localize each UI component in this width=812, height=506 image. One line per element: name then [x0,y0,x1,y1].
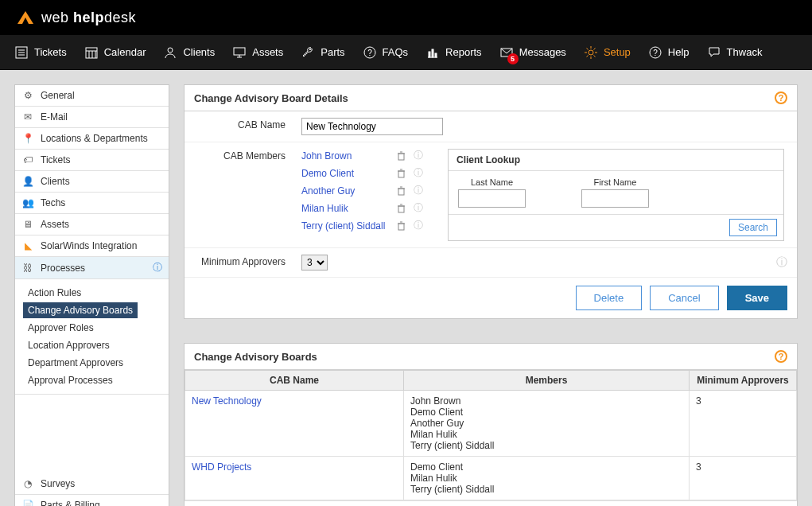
cab-name-input[interactable] [301,118,443,135]
trash-icon[interactable] [395,204,406,213]
svg-point-20 [589,50,593,55]
sub-location-approvers[interactable]: Location Approvers [23,337,115,353]
min-approvers-select[interactable]: 3 [301,255,328,271]
save-button[interactable]: Save [727,286,787,310]
member-link[interactable]: Another Guy [301,185,389,197]
cab-table: CAB Name Members Minimum Approvers New T… [185,370,797,500]
sidebar-item-surveys[interactable]: ◔Surveys [15,473,169,495]
cab-list-panel: Change Advisory Boards ? CAB Name Member… [184,343,798,506]
menu-parts[interactable]: Parts [301,45,344,60]
sidebar-item-locations[interactable]: 📍Locations & Departments [15,128,169,150]
cancel-button[interactable]: Cancel [650,286,718,310]
delete-button[interactable]: Delete [576,286,643,310]
menu-faqs[interactable]: ? FAQs [363,45,409,60]
menu-label: Reports [445,46,482,58]
info-icon[interactable]: ⓘ [413,149,424,162]
svg-rect-17 [432,49,433,57]
info-icon[interactable]: ⓘ [413,201,424,215]
envelope-icon: ✉ [21,111,34,123]
menu-setup[interactable]: Setup [584,45,631,60]
menu-label: Clients [183,46,215,58]
member-row: Demo Clientⓘ [301,166,424,180]
menu-calendar[interactable]: Calendar [84,45,146,60]
label-min-approvers: Minimum Approvers [185,248,292,277]
menu-clients[interactable]: Clients [163,45,215,60]
info-icon[interactable]: ⓘ [776,255,787,270]
info-icon[interactable]: ⓘ [413,219,424,232]
sub-action-rules[interactable]: Action Rules [23,285,86,301]
users-icon: 👥 [21,197,34,209]
trash-icon[interactable] [395,186,406,196]
pie-icon: ◔ [21,477,34,490]
member-row: Milan Hulikⓘ [301,201,424,215]
menu-tickets[interactable]: Tickets [14,45,67,60]
menu-label: Calendar [104,46,146,58]
badge-count: 5 [507,53,519,64]
menu-help[interactable]: ? Help [648,45,690,60]
question-circle-icon: ? [363,45,377,60]
lookup-first-name-field: First Name [581,177,649,208]
sub-approval-processes[interactable]: Approval Processes [23,372,118,388]
sidebar-item-processes[interactable]: ⛓Processesⓘ [15,257,169,279]
cab-details-panel: Change Advisory Board Details ? CAB Name… [184,84,798,319]
sidebar-item-label: E-Mail [41,111,68,123]
panel-title: Change Advisory Boards [194,351,317,363]
sub-department-approvers[interactable]: Department Approvers [23,355,128,371]
sub-approver-roles[interactable]: Approver Roles [23,320,99,336]
sidebar-item-general[interactable]: ⚙General [15,85,169,107]
info-icon[interactable]: ⓘ [413,184,424,197]
trash-icon[interactable] [395,151,406,161]
member-link[interactable]: John Brown [301,150,389,162]
label-cab-name: CAB Name [185,111,292,142]
menu-assets[interactable]: Assets [232,45,283,60]
sidebar-item-techs[interactable]: 👥Techs [15,193,169,214]
sidebar-item-assets[interactable]: 🖥Assets [15,214,169,235]
speech-icon [707,45,721,60]
sidebar-item-label: Tickets [41,154,71,165]
sidebar-item-label: Surveys [41,478,75,489]
cab-name-link[interactable]: New Technology [185,391,404,457]
user-icon: 👤 [21,175,34,188]
app-logo: web helpdesk [16,10,136,26]
main-content: Change Advisory Board Details ? CAB Name… [184,84,798,506]
sidebar-item-solarwinds[interactable]: ◣SolarWinds Integration [15,235,169,257]
menu-thwack[interactable]: Thwack [707,45,763,60]
help-icon[interactable]: ? [775,91,787,104]
sidebar-item-parts-billing[interactable]: 📄Parts & Billing [15,495,169,506]
member-link[interactable]: Milan Hulik [301,203,389,214]
sub-change-advisory-boards[interactable]: Change Advisory Boards [23,302,138,318]
member-row: Terry (client) Siddallⓘ [301,219,424,232]
lookup-search-button[interactable]: Search [729,219,777,236]
sidebar-item-label: Parts & Billing [41,500,100,506]
menu-reports[interactable]: Reports [425,45,482,60]
svg-rect-32 [398,206,404,212]
menu-messages[interactable]: 5 Messages [499,45,566,60]
sidebar-item-clients[interactable]: 👤Clients [15,171,169,193]
list-icon [14,45,29,60]
sidebar-item-tickets[interactable]: 🏷Tickets [15,150,169,171]
monitor-icon [232,45,247,60]
panel-header: Change Advisory Board Details ? [185,85,797,111]
cab-name-link[interactable]: WHD Projects [185,457,404,500]
trash-icon[interactable] [395,169,406,178]
member-link[interactable]: Terry (client) Siddall [301,220,389,232]
svg-rect-26 [398,171,404,177]
logo-mark-icon [16,10,35,25]
lookup-first-name-input[interactable] [581,189,649,208]
trash-icon[interactable] [395,221,406,231]
lookup-first-name-label: First Name [594,177,637,187]
lookup-last-name-label: Last Name [471,177,513,187]
member-link[interactable]: Demo Client [301,168,389,179]
client-lookup-box: Client Lookup Last Name First Name [448,149,784,241]
svg-text:?: ? [367,49,372,57]
lookup-last-name-input[interactable] [458,189,526,208]
help-icon[interactable]: ? [775,350,787,363]
pager: « ‹ 2 items › » [185,500,797,506]
sidebar-item-label: Techs [41,197,65,208]
info-icon[interactable]: ⓘ [413,166,424,180]
sidebar-item-email[interactable]: ✉E-Mail [15,107,169,128]
info-icon[interactable]: ⓘ [153,261,162,274]
logo-text: web helpdesk [41,10,136,26]
cab-min-cell: 3 [690,457,797,500]
cab-min-cell: 3 [690,391,797,457]
